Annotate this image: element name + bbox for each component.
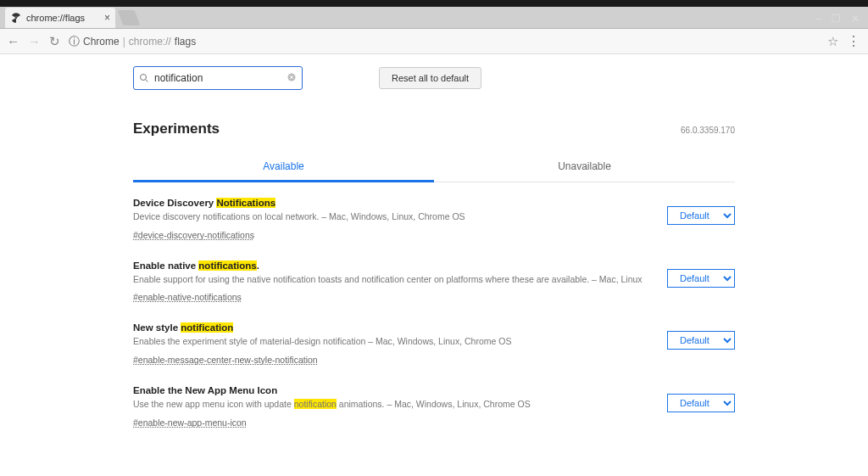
close-window-button[interactable]: ✕ <box>851 13 860 25</box>
experiment-state-select[interactable]: Default <box>667 269 735 288</box>
svg-line-2 <box>146 80 148 82</box>
secure-label: Chrome <box>83 36 120 48</box>
site-info-icon[interactable]: ⓘ <box>69 34 80 49</box>
highlight: notifications <box>198 260 256 271</box>
experiment-state-select[interactable]: Default <box>667 331 735 350</box>
experiment-anchor-link[interactable]: #enable-new-app-menu-icon <box>133 417 247 428</box>
highlight: Notifications <box>216 198 275 208</box>
svg-point-1 <box>141 75 147 81</box>
experiment-row: Device Discovery NotificationsDevice dis… <box>133 182 735 245</box>
highlight: notification <box>181 322 233 333</box>
address-bar[interactable]: ⓘ Chrome | chrome://flags <box>69 34 819 49</box>
svg-point-0 <box>15 17 17 19</box>
highlight: notification <box>294 399 337 409</box>
close-tab-icon[interactable]: × <box>104 12 110 24</box>
browser-toolbar: ← → ↻ ⓘ Chrome | chrome://flags ☆ ⋮ <box>0 29 868 54</box>
reload-button[interactable]: ↻ <box>49 34 60 49</box>
experiment-description: Device discovery notifications on local … <box>133 210 650 223</box>
experiment-description: Enable support for using the native noti… <box>133 273 650 286</box>
experiment-anchor-link[interactable]: #enable-native-notifications <box>133 292 242 302</box>
experiment-anchor-link[interactable]: #enable-message-center-new-style-notific… <box>133 355 318 365</box>
clear-search-icon[interactable] <box>287 72 297 85</box>
minimize-button[interactable]: – <box>815 13 821 25</box>
experiment-title: Enable the New App Menu Icon <box>133 385 650 395</box>
experiment-title: New style notification <box>133 322 650 333</box>
experiment-row: Enable the New App Menu IconUse the new … <box>133 370 735 433</box>
radiation-icon <box>10 12 22 24</box>
experiment-tabs: Available Unavailable <box>133 153 735 182</box>
page-title: Experiments <box>133 120 220 137</box>
experiment-title: Enable native notifications. <box>133 260 650 271</box>
url-path: flags <box>175 36 196 48</box>
experiment-anchor-link[interactable]: #device-discovery-notifications <box>133 230 254 240</box>
experiment-title: Device Discovery Notifications <box>133 198 650 208</box>
browser-tab[interactable]: chrome://flags × <box>5 8 115 28</box>
bookmark-star-icon[interactable]: ☆ <box>827 34 838 49</box>
experiment-state-select[interactable]: Default <box>667 206 735 225</box>
browser-menu-button[interactable]: ⋮ <box>847 33 861 49</box>
tab-strip: chrome://flags × – ❐ ✕ <box>0 7 868 29</box>
experiment-row: New style notificationEnables the experi… <box>133 307 735 370</box>
experiment-row: Enable native notifications.Enable suppo… <box>133 245 735 308</box>
maximize-button[interactable]: ❐ <box>832 13 841 25</box>
back-button[interactable]: ← <box>7 34 19 48</box>
experiment-description: Enables the experiment style of material… <box>133 335 650 348</box>
tab-unavailable[interactable]: Unavailable <box>434 153 735 182</box>
search-icon <box>139 73 149 83</box>
tab-available[interactable]: Available <box>133 153 434 182</box>
experiment-description: Use the new app menu icon with update no… <box>133 398 650 411</box>
page-body: Reset all to default Experiments 66.0.33… <box>0 54 868 476</box>
new-tab-button[interactable] <box>118 10 141 25</box>
tab-title: chrome://flags <box>26 13 85 23</box>
experiment-state-select[interactable]: Default <box>667 394 735 412</box>
url-prefix: chrome:// <box>129 36 171 48</box>
search-input[interactable] <box>154 72 281 84</box>
reset-all-button[interactable]: Reset all to default <box>379 67 481 89</box>
version-label: 66.0.3359.170 <box>681 126 735 135</box>
forward-button[interactable]: → <box>28 34 41 48</box>
search-box[interactable] <box>133 66 303 90</box>
